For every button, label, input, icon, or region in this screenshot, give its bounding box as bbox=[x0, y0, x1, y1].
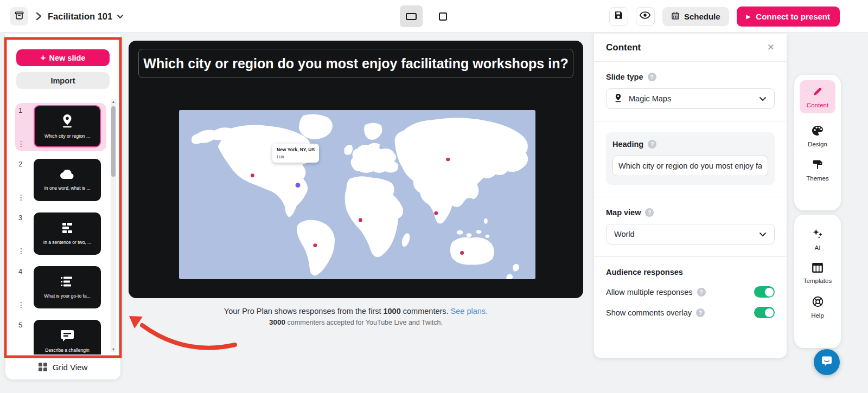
slide-item-1[interactable]: 1 ⋮ Which city or region ... bbox=[15, 103, 106, 151]
rail-tab-themes[interactable]: Themes bbox=[806, 159, 829, 182]
palette-icon bbox=[812, 125, 824, 138]
import-button[interactable]: Import bbox=[16, 72, 110, 89]
slide-thumbnail[interactable]: Which city or region ... bbox=[34, 105, 101, 147]
templates-icon bbox=[812, 263, 823, 275]
widescreen-icon bbox=[406, 13, 417, 20]
help-circle-icon[interactable]: ? bbox=[696, 308, 705, 317]
caption-stream-limit: 3000 bbox=[269, 318, 285, 326]
chevron-down-icon bbox=[759, 94, 767, 104]
slide-menu-kebab-icon[interactable]: ⋮ bbox=[17, 248, 25, 254]
rail-tab-content[interactable]: Content bbox=[800, 80, 835, 113]
archive-box-icon bbox=[14, 10, 24, 23]
deck-archive-button[interactable] bbox=[10, 7, 28, 25]
slide-item-4[interactable]: 4 ⋮ What is your go-to fa... bbox=[15, 264, 106, 312]
heading-section: Heading ? bbox=[594, 121, 787, 197]
new-slide-button[interactable]: + New slide bbox=[16, 49, 110, 66]
slide-canvas[interactable]: Which city or region do you most enjoy f… bbox=[129, 41, 583, 298]
see-plans-link[interactable]: See plans. bbox=[451, 307, 488, 315]
rail-tab-templates[interactable]: Templates bbox=[803, 263, 832, 284]
slide-menu-kebab-icon[interactable]: ⋮ bbox=[17, 302, 25, 308]
plan-caption-line2: 3000 commenters accepted for YouTube Liv… bbox=[129, 318, 583, 326]
rail-tab-ai[interactable]: AI bbox=[812, 228, 824, 251]
save-icon bbox=[614, 10, 623, 22]
heading-input[interactable] bbox=[612, 156, 768, 176]
slide-number: 3 bbox=[18, 214, 22, 222]
help-circle-icon[interactable]: ? bbox=[648, 140, 656, 149]
app-root: Facilitation 101 bbox=[0, 0, 868, 393]
allow-multiple-toggle[interactable] bbox=[754, 286, 775, 298]
square-icon bbox=[439, 12, 447, 21]
comments-overlay-label: Show comments overlay bbox=[606, 308, 692, 317]
world-map[interactable]: New York, NY, US Lux bbox=[179, 110, 535, 279]
slide-heading-box[interactable]: Which city or region do you most enjoy f… bbox=[138, 49, 573, 78]
help-circle-icon[interactable]: ? bbox=[645, 208, 654, 217]
slide-thumb-title: In one word, what is ... bbox=[44, 185, 90, 191]
map-view-section: Map view ? World bbox=[594, 197, 787, 257]
editor-rail-primary: Content Design Themes bbox=[794, 75, 841, 210]
map-marker bbox=[359, 218, 362, 222]
audience-responses-label: Audience responses bbox=[606, 268, 775, 276]
caption-text: commenters accepted for YouTube Live and… bbox=[285, 319, 443, 326]
grid-view-icon bbox=[39, 363, 47, 371]
breadcrumb-chevron-icon bbox=[35, 11, 42, 23]
deck-title: Facilitation 101 bbox=[48, 11, 112, 22]
scroll-down-icon[interactable]: ▼ bbox=[111, 347, 116, 351]
caption-commenter-limit: 1000 bbox=[383, 307, 400, 315]
slide-number: 2 bbox=[18, 160, 22, 168]
help-circle-icon[interactable]: ? bbox=[648, 73, 656, 81]
title-caret-down-icon bbox=[117, 11, 124, 21]
grid-view-button[interactable]: Grid View bbox=[5, 355, 120, 379]
connect-to-present-button[interactable]: ▶ Connect to present bbox=[737, 7, 840, 27]
rail-tab-label: AI bbox=[815, 244, 821, 251]
slide-thumb-title: Which city or region ... bbox=[44, 133, 90, 139]
slide-item-3[interactable]: 3 ⋮ In a sentence or two, ... bbox=[15, 210, 106, 259]
slide-item-2[interactable]: 2 ⋮ In one word, what is ... bbox=[15, 157, 106, 205]
map-marker bbox=[251, 173, 254, 177]
preview-button[interactable] bbox=[636, 7, 655, 26]
close-icon[interactable]: ✕ bbox=[767, 42, 775, 53]
save-button[interactable] bbox=[609, 7, 628, 26]
grid-view-label: Grid View bbox=[53, 363, 88, 372]
new-slide-label: New slide bbox=[49, 54, 86, 62]
annotation-arrow bbox=[142, 325, 235, 348]
cloud-icon bbox=[59, 169, 75, 182]
map-marker bbox=[296, 183, 301, 188]
map-view-value: World bbox=[614, 230, 752, 239]
audience-responses-section: Audience responses Allow multiple respon… bbox=[594, 257, 787, 339]
comments-overlay-toggle[interactable] bbox=[754, 307, 775, 318]
chevron-down-icon bbox=[759, 229, 767, 239]
map-view-dropdown[interactable]: World bbox=[606, 224, 775, 244]
rail-tab-help[interactable]: Help bbox=[811, 296, 824, 319]
editor-rail-secondary: AI Templates Help bbox=[794, 215, 841, 348]
rail-tab-label: Templates bbox=[803, 278, 832, 284]
square-ratio-button[interactable] bbox=[431, 5, 454, 27]
deck-title-group[interactable]: Facilitation 101 bbox=[48, 0, 124, 33]
slide-menu-kebab-icon[interactable]: ⋮ bbox=[17, 195, 25, 201]
slide-thumbnail[interactable]: In a sentence or two, ... bbox=[34, 212, 101, 255]
chat-bubble-icon bbox=[820, 355, 833, 370]
schedule-button[interactable]: Schedule bbox=[662, 7, 729, 26]
help-circle-icon[interactable]: ? bbox=[697, 288, 706, 297]
slide-thumbnail[interactable]: In one word, what is ... bbox=[34, 159, 101, 201]
slides-sidebar: + New slide Import 1 ⋮ Which city or reg… bbox=[5, 34, 120, 379]
top-right-actions: Schedule ▶ Connect to present bbox=[609, 0, 840, 33]
slide-type-dropdown[interactable]: Magic Maps bbox=[606, 88, 775, 109]
comment-bubble-icon bbox=[60, 329, 74, 344]
chat-messenger-button[interactable] bbox=[814, 349, 840, 375]
numbered-list-icon bbox=[60, 276, 74, 290]
tooltip-title: New York, NY, US bbox=[277, 147, 315, 152]
scrollbar-thumb[interactable] bbox=[111, 106, 116, 177]
slide-menu-kebab-icon[interactable]: ⋮ bbox=[17, 141, 25, 147]
plus-icon: + bbox=[41, 53, 46, 63]
scroll-up-icon[interactable]: ▲ bbox=[111, 100, 116, 104]
sparkles-icon bbox=[812, 228, 824, 242]
calendar-icon bbox=[671, 11, 680, 22]
slide-thumbnail[interactable]: What is your go-to fa... bbox=[34, 266, 101, 308]
map-marker bbox=[460, 251, 464, 255]
caption-text: Your Pro Plan shows responses from the f… bbox=[224, 307, 384, 315]
rail-tab-design[interactable]: Design bbox=[808, 125, 827, 147]
slide-list-scrollbar[interactable]: ▲ ▼ bbox=[111, 99, 116, 352]
rail-tab-label: Themes bbox=[806, 175, 829, 182]
widescreen-ratio-button[interactable] bbox=[400, 5, 423, 27]
rail-tab-label: Help bbox=[811, 312, 824, 319]
